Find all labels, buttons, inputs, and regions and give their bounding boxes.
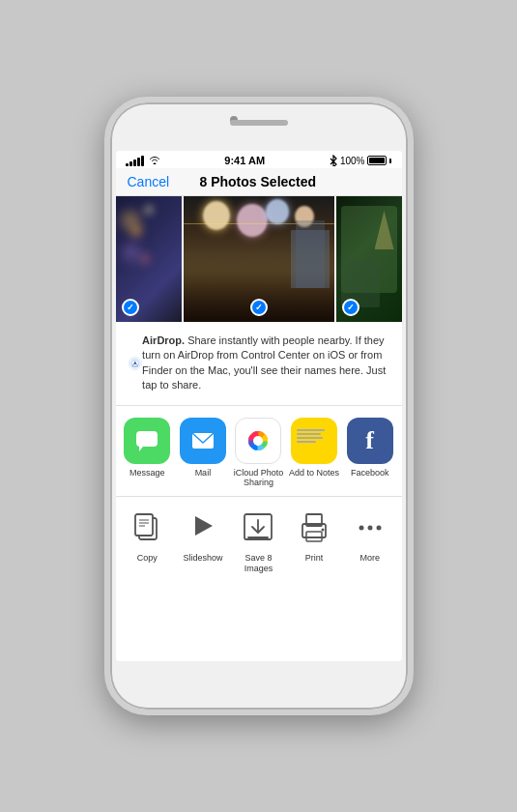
svg-marker-8 xyxy=(139,447,143,451)
slideshow-icon-box xyxy=(182,507,224,549)
notes-app-icon xyxy=(291,418,337,464)
svg-line-4 xyxy=(131,364,132,366)
photo-check-2[interactable] xyxy=(250,299,268,316)
svg-line-5 xyxy=(136,364,137,366)
airdrop-name: AirDrop. xyxy=(142,334,185,346)
copy-icon-box xyxy=(126,507,168,549)
print-icon xyxy=(297,510,331,545)
airdrop-icon xyxy=(128,339,143,388)
nav-title: 8 Photos Selected xyxy=(200,174,317,189)
photo-check-3[interactable] xyxy=(342,299,359,316)
app-item-mail[interactable]: Mail xyxy=(176,418,230,478)
svg-point-32 xyxy=(359,526,363,531)
app-item-message[interactable]: Message xyxy=(120,418,174,478)
status-left xyxy=(126,156,160,166)
battery-percent: 100% xyxy=(340,156,365,166)
copy-icon xyxy=(131,510,162,545)
bluetooth-icon xyxy=(330,155,337,166)
app-row: Message Mail xyxy=(116,406,402,498)
svg-point-18 xyxy=(253,436,263,446)
more-icon xyxy=(353,510,388,545)
status-bar: 9:41 AM 100% xyxy=(116,151,402,168)
icloud-photos-app-icon xyxy=(235,418,281,464)
app-label-facebook: Facebook xyxy=(351,468,389,478)
svg-point-31 xyxy=(322,529,325,532)
photo-item-3[interactable] xyxy=(334,196,402,322)
airdrop-section: AirDrop. Share instantly with people nea… xyxy=(116,322,402,406)
svg-marker-3 xyxy=(132,361,136,364)
app-label-mail: Mail xyxy=(195,468,212,478)
message-app-icon xyxy=(124,418,170,464)
app-label-message: Message xyxy=(129,468,165,478)
app-item-notes[interactable]: Add to Notes xyxy=(287,418,341,478)
action-label-save: Save 8 Images xyxy=(231,553,285,574)
svg-marker-24 xyxy=(195,516,213,536)
facebook-app-icon: f xyxy=(347,418,393,464)
svg-rect-30 xyxy=(306,532,322,541)
photos-strip xyxy=(116,196,402,322)
svg-point-34 xyxy=(376,526,381,531)
svg-rect-7 xyxy=(136,431,158,447)
action-item-print[interactable]: Print xyxy=(287,507,341,564)
action-row: Copy Slideshow xyxy=(116,497,402,582)
action-label-slideshow: Slideshow xyxy=(183,553,222,564)
action-item-copy[interactable]: Copy xyxy=(120,507,174,564)
svg-rect-20 xyxy=(135,514,153,536)
mail-app-icon xyxy=(180,418,226,464)
app-item-facebook[interactable]: f Facebook xyxy=(343,418,397,478)
nav-bar: Cancel 8 Photos Selected xyxy=(116,168,402,196)
svg-point-33 xyxy=(367,526,372,531)
more-icon-box xyxy=(349,507,391,549)
slideshow-icon xyxy=(187,510,218,545)
battery-icon xyxy=(367,156,387,165)
phone-screen: 9:41 AM 100% Cancel 8 Photos Selected xyxy=(116,151,402,661)
phone-frame: 9:41 AM 100% Cancel 8 Photos Selected xyxy=(104,97,414,715)
photo-item-1[interactable] xyxy=(116,196,184,322)
app-label-notes: Add to Notes xyxy=(289,468,339,478)
action-item-more[interactable]: More xyxy=(343,507,397,564)
app-item-icloud[interactable]: iCloud Photo Sharing xyxy=(231,418,285,489)
cancel-button[interactable]: Cancel xyxy=(128,174,170,189)
app-label-icloud: iCloud Photo Sharing xyxy=(231,468,285,489)
status-time: 9:41 AM xyxy=(224,155,265,166)
action-label-print: Print xyxy=(305,553,324,564)
action-item-save[interactable]: Save 8 Images xyxy=(231,507,285,574)
save-icon xyxy=(241,510,275,545)
wifi-icon xyxy=(149,156,160,165)
print-icon-box xyxy=(293,507,335,549)
action-label-more: More xyxy=(359,553,380,564)
action-label-copy: Copy xyxy=(137,553,158,564)
status-right: 100% xyxy=(330,155,392,166)
photo-check-1[interactable] xyxy=(122,299,139,316)
airdrop-description: AirDrop. Share instantly with people nea… xyxy=(142,334,389,393)
photo-item-2[interactable] xyxy=(184,196,334,322)
action-item-slideshow[interactable]: Slideshow xyxy=(176,507,230,564)
save-icon-box xyxy=(237,507,279,549)
speaker-grille xyxy=(230,120,288,126)
